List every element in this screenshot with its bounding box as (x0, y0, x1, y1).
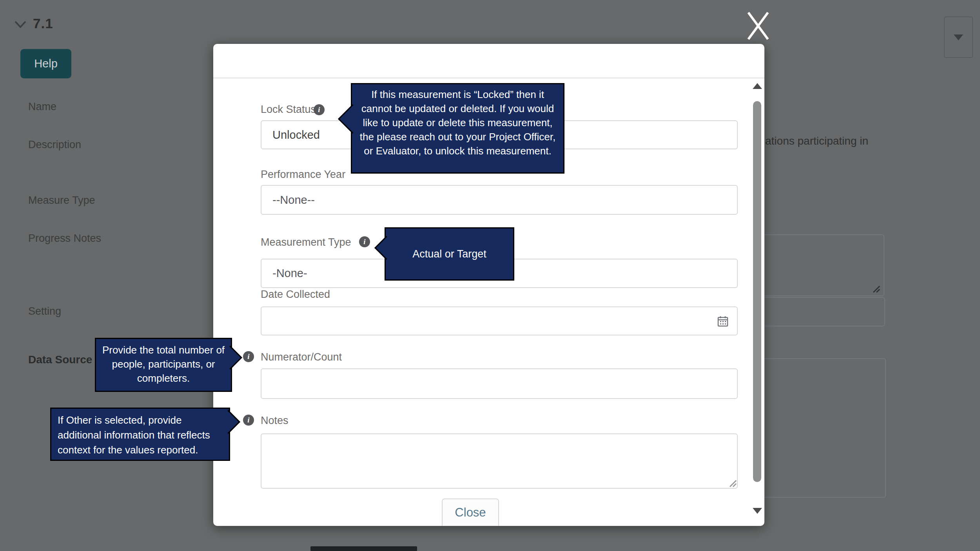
help-button[interactable]: Help (20, 49, 71, 78)
info-icon[interactable]: i (314, 104, 325, 115)
row-actions-dropdown-button[interactable] (944, 16, 973, 58)
section-title: 7.1 (33, 16, 53, 31)
bg-partial-hidden-row (310, 546, 417, 551)
performance-year-field[interactable]: --None-- (261, 185, 738, 215)
close-button[interactable]: Close (442, 498, 499, 526)
performance-year-label: Performance Year (261, 169, 345, 181)
bg-description-text-tail: ations participating in (765, 135, 868, 147)
x-icon[interactable] (746, 10, 770, 42)
measurement-type-tooltip: Actual or Target (385, 227, 514, 281)
resize-handle-icon[interactable] (728, 478, 737, 488)
bg-label-data-source: Data Source (28, 353, 92, 366)
screen: 7.1 Help Name Description Measure Type P… (0, 0, 980, 551)
calendar-icon[interactable] (717, 316, 728, 327)
measurement-type-label: Measurement Type (261, 236, 351, 248)
lock-status-label: Lock Status (261, 103, 316, 116)
date-collected-field[interactable] (261, 306, 738, 335)
notes-tooltip: If Other is selected, provide additional… (50, 408, 230, 461)
scroll-down-arrow-icon[interactable] (753, 508, 762, 514)
scrollbar-thumb[interactable] (753, 101, 761, 482)
bg-label-name: Name (28, 101, 56, 113)
numerator-label: Numerator/Count (261, 351, 342, 363)
chevron-down-icon[interactable] (14, 20, 27, 29)
info-icon[interactable]: i (243, 351, 254, 362)
caret-down-icon (954, 34, 963, 40)
lock-status-tooltip: If this measurement is “Locked” then it … (351, 83, 564, 174)
bg-label-measure-type: Measure Type (28, 194, 95, 207)
bg-label-setting: Setting (28, 305, 61, 317)
numerator-field[interactable] (261, 368, 738, 399)
scroll-up-arrow-icon[interactable] (753, 83, 762, 89)
info-icon[interactable]: i (243, 415, 254, 426)
notes-textarea[interactable] (261, 433, 738, 489)
date-collected-label: Date Collected (261, 288, 330, 301)
modal-header-divider (213, 78, 764, 78)
bg-label-progress-notes: Progress Notes (28, 232, 101, 245)
info-icon[interactable]: i (359, 236, 370, 247)
bg-label-description: Description (28, 139, 81, 151)
numerator-tooltip: Provide the total number of people, part… (95, 338, 232, 392)
notes-label: Notes (261, 415, 289, 427)
resize-handle-icon (871, 284, 880, 293)
